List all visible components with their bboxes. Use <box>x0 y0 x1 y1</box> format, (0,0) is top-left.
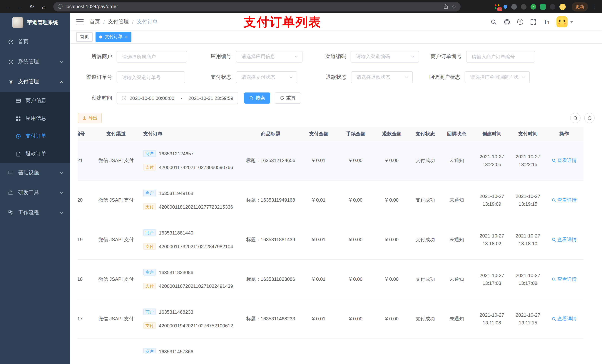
date-end-value[interactable]: 2021-10-31 23:59:59 <box>189 95 233 101</box>
user-avatar[interactable] <box>557 16 568 27</box>
sidebar-item-merchant-info[interactable]: 商户信息 <box>0 92 70 110</box>
merchant-order-no-input[interactable] <box>466 51 535 62</box>
date-separator: - <box>177 95 185 101</box>
notify-status-select[interactable]: 请选择订单回调商户状态 <box>465 71 530 83</box>
cell-notify: 未通知 <box>441 259 473 299</box>
channel-order-no-input[interactable] <box>117 71 185 83</box>
site-info-icon[interactable]: ⓘ <box>58 3 63 10</box>
url-text: localhost:1024/pay/order <box>65 4 441 9</box>
sidebar-item-dev-tools[interactable]: 研发工具 <box>0 183 70 203</box>
create-time-range-picker[interactable]: 2021-10-01 00:00:00 - 2021-10-31 23:59:5… <box>117 92 238 104</box>
cell-created: 2021-10-2713:19:09 <box>473 180 511 220</box>
bookmark-star-icon[interactable]: ☆ <box>452 4 456 10</box>
breadcrumb-home[interactable]: 首页 <box>90 19 100 25</box>
browser-menu-icon[interactable]: ⋮ <box>592 4 598 10</box>
col-refund: 退款金额 <box>374 127 409 141</box>
navbar-actions: ? TT <box>491 16 596 27</box>
merchant-filter-input[interactable] <box>117 51 187 62</box>
caret-down-icon <box>570 21 573 23</box>
breadcrumb-payment[interactable]: 支付管理 <box>108 19 129 25</box>
sidebar-item-app-info[interactable]: 应用信息 <box>0 110 70 127</box>
sidebar-item-infrastructure[interactable]: 基础设施 <box>0 163 70 183</box>
select-placeholder: 请选择订单回调商户状态 <box>470 74 519 81</box>
view-detail-link[interactable]: 查看详情 <box>551 315 577 322</box>
user-menu[interactable] <box>557 16 573 27</box>
toolbar-right <box>570 113 595 123</box>
merchant-tag: 商户 <box>143 229 156 236</box>
fullscreen-icon[interactable] <box>530 19 537 25</box>
search-button[interactable]: 搜索 <box>244 93 270 104</box>
merchant-order-no: 1635311468233 <box>159 309 193 315</box>
tab-home[interactable]: 首页 <box>76 32 93 42</box>
cell-created: 2021-10-2713:11:08 <box>473 299 511 338</box>
cell-id: 19 <box>78 220 95 259</box>
sidebar-item-payment[interactable]: ¥ 支付管理 <box>0 72 70 92</box>
sidebar-item-label: 研发工具 <box>18 189 39 196</box>
chevron-down-icon <box>289 75 293 80</box>
sidebar-item-pay-order[interactable]: 支付订单 <box>0 127 70 145</box>
extension-pin-icon[interactable] <box>504 5 507 9</box>
cell-paid: 2021-10-2713:19:15 <box>511 180 545 220</box>
browser-update-button[interactable]: 更新 <box>572 2 588 11</box>
github-icon[interactable] <box>504 19 510 25</box>
date-start-value[interactable]: 2021-10-01 00:00:00 <box>129 95 174 101</box>
cell-created: 2021-10-2713:18:02 <box>473 220 511 259</box>
browser-chrome: ← → ↻ ⌂ ⓘ localhost:1024/pay/order ☆ 10 … <box>0 0 602 13</box>
sidebar-item-home[interactable]: 首页 <box>0 32 70 52</box>
extension-icon-2[interactable] <box>521 4 527 10</box>
search-icon[interactable] <box>491 19 497 25</box>
chevron-down-icon <box>60 171 64 175</box>
browser-forward-icon[interactable]: → <box>15 1 25 12</box>
filter-row-2: 渠道订单号 支付状态 请选择支付状态 退款状态 请选择退款状态 回调商户状态 请… <box>78 71 595 83</box>
col-notify: 回调状态 <box>441 127 473 141</box>
view-detail-link[interactable]: 查看详情 <box>551 197 577 203</box>
order-row: 19 微信 JSAPI 支付 商户1635311881440 支付4200001… <box>78 220 583 259</box>
toggle-search-button[interactable] <box>570 113 580 123</box>
filter-row-1: 所属商户 应用编号 请选择应用信息 渠道编码 请输入渠道编码 商户订单编号 <box>78 51 595 62</box>
view-detail-link[interactable]: 查看详情 <box>551 276 577 282</box>
browser-profile-avatar[interactable] <box>559 3 566 10</box>
extension-icon-3[interactable] <box>550 4 555 10</box>
export-button[interactable]: 导出 <box>78 113 102 123</box>
cell-refund: ¥ 0.00 <box>374 299 409 338</box>
extension-check-icon[interactable]: ✓ <box>531 4 536 10</box>
font-size-icon[interactable]: TT <box>544 19 549 25</box>
share-icon[interactable] <box>443 4 449 9</box>
hamburger-icon[interactable] <box>76 19 84 24</box>
filter-label: 应用编号 <box>187 53 236 60</box>
refresh-table-button[interactable] <box>584 113 595 123</box>
select-placeholder: 请输入渠道编码 <box>356 53 390 60</box>
app-filter-select[interactable]: 请选择应用信息 <box>236 51 302 62</box>
pay-tag: 支付 <box>143 322 156 329</box>
sidebar-item-system[interactable]: 系统管理 <box>0 52 70 72</box>
cell-id <box>78 338 95 353</box>
view-detail-link[interactable]: 查看详情 <box>551 157 577 164</box>
channel-code-select[interactable]: 请输入渠道编码 <box>351 51 419 62</box>
cell-title: 标题：1635311823086 <box>241 259 300 299</box>
sidebar-item-workflow[interactable]: 工作流程 <box>0 203 70 223</box>
extension-icon-1[interactable] <box>511 4 517 10</box>
cell-created: 2021-10-2713:22:05 <box>473 141 511 180</box>
browser-home-icon[interactable]: ⌂ <box>39 1 49 12</box>
browser-reload-icon[interactable]: ↻ <box>27 1 37 12</box>
search-icon <box>551 277 556 281</box>
breadcrumb-separator: / <box>103 19 105 25</box>
tab-pay-order[interactable]: 支付订单 × <box>96 32 131 42</box>
reset-button[interactable]: 重置 <box>275 93 301 104</box>
view-detail-link[interactable]: 查看详情 <box>551 236 577 243</box>
sidebar-item-refund-order[interactable]: 退款订单 <box>0 145 70 163</box>
sidebar-item-label: 支付订单 <box>26 133 46 139</box>
cell-fee: ¥ 0.00 <box>337 220 374 259</box>
close-icon[interactable]: × <box>125 35 128 39</box>
address-bar[interactable]: ⓘ localhost:1024/pay/order ☆ <box>53 2 461 11</box>
extension-chat-icon[interactable] <box>540 4 546 10</box>
refund-status-select[interactable]: 请选择退款状态 <box>351 71 413 83</box>
pay-status-select[interactable]: 请选择支付状态 <box>236 71 297 83</box>
col-paid: 支付时间 <box>511 127 545 141</box>
filter-label: 所属商户 <box>78 53 117 60</box>
browser-back-icon[interactable]: ← <box>3 1 13 12</box>
help-icon[interactable]: ? <box>517 19 523 25</box>
extension-colordots-icon[interactable]: 10 <box>494 4 499 9</box>
cell-paid: 2021-10-2713:18:10 <box>511 220 545 259</box>
cell-id: 17 <box>78 299 95 338</box>
